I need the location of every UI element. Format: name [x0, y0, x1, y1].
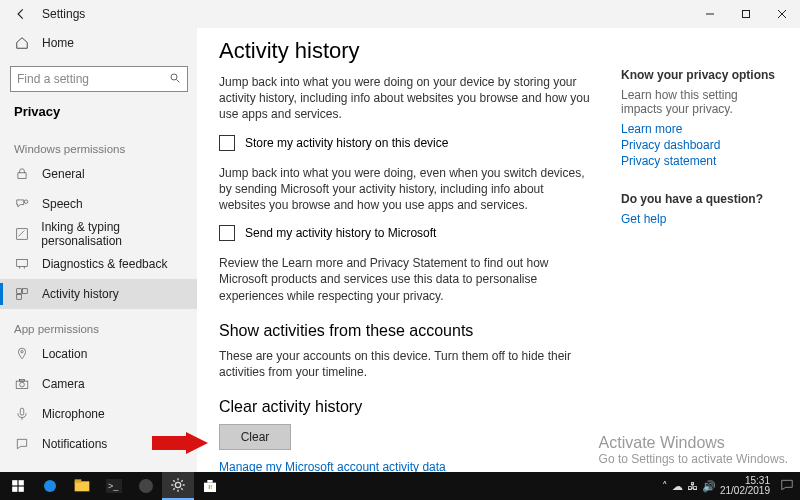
sidebar-item-speech[interactable]: Speech	[0, 189, 197, 219]
svg-rect-7	[17, 259, 28, 266]
taskbar: >_ ˄ ☁ 🖧 🔊 15:31 21/02/2019	[0, 472, 800, 500]
sidebar-home[interactable]: Home	[0, 28, 197, 58]
svg-rect-20	[19, 487, 24, 492]
sidebar-item-microphone[interactable]: Microphone	[0, 399, 197, 429]
svg-rect-22	[75, 481, 90, 491]
sidebar-item-notifications[interactable]: Notifications	[0, 429, 197, 459]
svg-line-3	[177, 79, 180, 82]
svg-rect-8	[17, 289, 22, 294]
tray-cloud-icon[interactable]: ☁	[672, 480, 683, 493]
back-button[interactable]	[6, 0, 36, 28]
svg-rect-1	[743, 11, 750, 18]
watermark-line1: Activate Windows	[599, 434, 788, 452]
svg-rect-30	[209, 485, 210, 486]
activation-watermark: Activate Windows Go to Settings to activ…	[599, 434, 788, 466]
taskbar-app1[interactable]	[130, 472, 162, 500]
sidebar-item-label: General	[42, 167, 85, 181]
action-center-icon[interactable]	[780, 478, 794, 494]
sidebar-group-app-permissions: App permissions	[0, 309, 197, 339]
svg-rect-10	[17, 295, 22, 300]
start-button[interactable]	[2, 472, 34, 500]
sidebar: Home Privacy Windows permissions General…	[0, 28, 197, 472]
intro-paragraph-1: Jump back into what you were doing on yo…	[219, 74, 591, 123]
svg-point-21	[44, 480, 56, 492]
tray-chevron-icon[interactable]: ˄	[662, 480, 668, 493]
svg-point-11	[21, 351, 23, 353]
sidebar-item-label: Diagnostics & feedback	[42, 257, 167, 271]
search-input-wrap[interactable]	[10, 66, 188, 92]
sidebar-item-label: Inking & typing personalisation	[41, 220, 197, 248]
right-panel: Know your privacy options Learn how this…	[621, 38, 778, 472]
svg-rect-23	[75, 479, 82, 482]
sidebar-item-label: Speech	[42, 197, 83, 211]
microphone-icon	[14, 406, 30, 422]
accounts-subheading: Show activities from these accounts	[219, 322, 591, 340]
svg-rect-32	[209, 487, 210, 488]
taskbar-settings[interactable]	[162, 472, 194, 500]
sidebar-item-label: Camera	[42, 377, 85, 391]
clear-button[interactable]: Clear	[219, 424, 291, 450]
clock-date: 21/02/2019	[720, 486, 770, 497]
send-history-checkbox-row[interactable]: Send my activity history to Microsoft	[219, 225, 591, 241]
sidebar-item-location[interactable]: Location	[0, 339, 197, 369]
tray-volume-icon[interactable]: 🔊	[702, 480, 716, 493]
taskbar-terminal[interactable]: >_	[98, 472, 130, 500]
taskbar-edge[interactable]	[34, 472, 66, 500]
minimize-button[interactable]	[692, 0, 728, 28]
learn-more-link[interactable]: Learn more	[621, 122, 778, 136]
system-tray[interactable]: ˄ ☁ 🖧 🔊 15:31 21/02/2019	[662, 476, 800, 497]
privacy-statement-link[interactable]: Privacy statement	[621, 154, 778, 168]
kpo-heading: Know your privacy options	[621, 68, 778, 82]
get-help-link[interactable]: Get help	[621, 212, 778, 226]
svg-rect-28	[204, 483, 216, 492]
privacy-dashboard-link[interactable]: Privacy dashboard	[621, 138, 778, 152]
ink-icon	[14, 226, 29, 242]
svg-rect-6	[16, 229, 27, 240]
svg-rect-19	[12, 487, 17, 492]
svg-rect-17	[12, 480, 17, 485]
manage-account-link[interactable]: Manage my Microsoft account activity dat…	[219, 460, 591, 472]
sidebar-item-general[interactable]: General	[0, 159, 197, 189]
svg-rect-29	[207, 480, 212, 483]
tray-network-icon[interactable]: 🖧	[687, 480, 698, 492]
content-area: Activity history Jump back into what you…	[197, 28, 800, 472]
home-icon	[14, 35, 30, 51]
sidebar-item-camera[interactable]: Camera	[0, 369, 197, 399]
notifications-icon	[14, 436, 30, 452]
taskbar-explorer[interactable]	[66, 472, 98, 500]
store-history-checkbox-row[interactable]: Store my activity history on this device	[219, 135, 591, 151]
svg-rect-15	[20, 408, 24, 415]
svg-rect-33	[211, 487, 212, 488]
tray-icons[interactable]: ˄ ☁ 🖧 🔊	[662, 480, 716, 493]
svg-point-13	[20, 382, 25, 387]
search-input[interactable]	[17, 72, 169, 86]
clear-subheading: Clear activity history	[219, 398, 591, 416]
sidebar-category-privacy: Privacy	[0, 100, 197, 129]
close-button[interactable]	[764, 0, 800, 28]
kpo-text: Learn how this setting impacts your priv…	[621, 88, 778, 116]
svg-point-5	[24, 200, 28, 204]
search-icon	[169, 72, 181, 87]
sidebar-item-activity-history[interactable]: Activity history	[0, 279, 197, 309]
maximize-button[interactable]	[728, 0, 764, 28]
page-title: Activity history	[219, 38, 591, 64]
app-title: Settings	[36, 7, 85, 21]
sidebar-item-label: Notifications	[42, 437, 107, 451]
checkbox-icon[interactable]	[219, 135, 235, 151]
taskbar-store[interactable]	[194, 472, 226, 500]
sidebar-item-diagnostics[interactable]: Diagnostics & feedback	[0, 249, 197, 279]
checkbox-icon[interactable]	[219, 225, 235, 241]
checkbox-label: Send my activity history to Microsoft	[245, 226, 436, 240]
feedback-icon	[14, 256, 30, 272]
taskbar-clock[interactable]: 15:31 21/02/2019	[720, 476, 770, 497]
svg-point-2	[171, 74, 177, 80]
svg-rect-14	[20, 379, 25, 381]
location-icon	[14, 346, 30, 362]
sidebar-group-windows-permissions: Windows permissions	[0, 129, 197, 159]
lock-icon	[14, 166, 30, 182]
sidebar-item-inking[interactable]: Inking & typing personalisation	[0, 219, 197, 249]
svg-text:>_: >_	[108, 481, 119, 491]
svg-point-27	[175, 482, 180, 487]
intro-paragraph-2: Jump back into what you were doing, even…	[219, 165, 591, 214]
sidebar-home-label: Home	[42, 36, 74, 50]
